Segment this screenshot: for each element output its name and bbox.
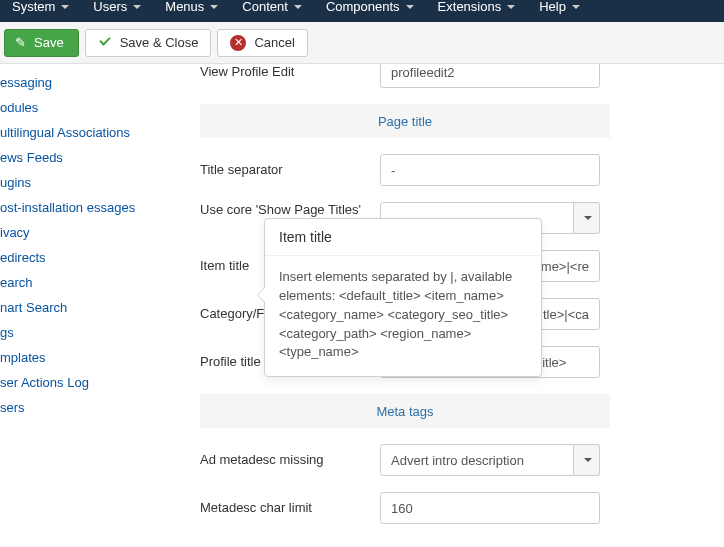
nav-extensions[interactable]: Extensions: [426, 0, 528, 20]
sidebar-item-smartsearch[interactable]: nart Search: [0, 295, 130, 320]
cancel-label: Cancel: [254, 35, 294, 50]
sidebar-item-plugins[interactable]: ugins: [0, 170, 130, 195]
label-use-core: Use core 'Show Page Titles': [200, 202, 380, 219]
label-metadesc-limit: Metadesc char limit: [200, 500, 380, 517]
caret-down-icon: [406, 5, 414, 9]
nav-label: Help: [539, 0, 566, 14]
nav-label: System: [12, 0, 55, 14]
caret-down-icon: [133, 5, 141, 9]
tooltip-title: Item title: [265, 219, 541, 256]
nav-components[interactable]: Components: [314, 0, 426, 20]
caret-down-icon: [507, 5, 515, 9]
caret-down-icon: [584, 458, 592, 462]
cancel-icon: ✕: [230, 35, 246, 51]
sidebar-item-privacy[interactable]: ivacy: [0, 220, 130, 245]
nav-label: Content: [242, 0, 288, 14]
nav-users[interactable]: Users: [81, 0, 153, 20]
sidebar-item-modules[interactable]: odules: [0, 95, 130, 120]
toolbar: ✎ Save Save & Close ✕ Cancel: [0, 22, 724, 64]
section-title: Meta tags: [376, 404, 433, 419]
nav-system[interactable]: System: [0, 0, 81, 20]
caret-down-icon: [584, 216, 592, 220]
save-close-button[interactable]: Save & Close: [85, 29, 212, 57]
nav-content[interactable]: Content: [230, 0, 314, 20]
input-title-separator[interactable]: [380, 154, 600, 186]
section-title: Page title: [378, 114, 432, 129]
sidebar: essaging odules ultilingual Associations…: [0, 64, 130, 547]
input-metadesc-limit[interactable]: [380, 492, 600, 524]
top-nav: System Users Menus Content Components Ex…: [0, 0, 724, 22]
save-button-label: Save: [34, 35, 64, 50]
caret-down-icon: [294, 5, 302, 9]
sidebar-item-tags[interactable]: gs: [0, 320, 130, 345]
save-close-label: Save & Close: [120, 35, 199, 50]
cancel-button[interactable]: ✕ Cancel: [217, 29, 307, 57]
dropdown-toggle[interactable]: [574, 202, 600, 234]
tooltip-item-title: Item title Insert elements separated by …: [264, 218, 542, 377]
sidebar-item-users[interactable]: sers: [0, 395, 130, 420]
sidebar-item-multilingual[interactable]: ultilingual Associations: [0, 120, 130, 145]
dropdown-toggle[interactable]: [574, 444, 600, 476]
nav-label: Extensions: [438, 0, 502, 14]
caret-down-icon: [210, 5, 218, 9]
caret-down-icon: [61, 5, 69, 9]
sidebar-item-search[interactable]: earch: [0, 270, 130, 295]
sidebar-item-newsfeeds[interactable]: ews Feeds: [0, 145, 130, 170]
sidebar-item-postinstall[interactable]: ost-installation essages: [0, 195, 130, 220]
select-ad-metadesc[interactable]: [380, 444, 574, 476]
caret-down-icon: [572, 5, 580, 9]
sidebar-item-redirects[interactable]: edirects: [0, 245, 130, 270]
input-view-profile-edit[interactable]: [380, 64, 600, 88]
apply-icon: ✎: [15, 35, 26, 50]
section-page-title: Page title: [200, 104, 610, 138]
label-ad-metadesc: Ad metadesc missing: [200, 452, 380, 469]
sidebar-item-useractions[interactable]: ser Actions Log: [0, 370, 130, 395]
nav-label: Users: [93, 0, 127, 14]
sidebar-item-templates[interactable]: mplates: [0, 345, 130, 370]
sidebar-item-messaging[interactable]: essaging: [0, 70, 130, 95]
tooltip-body: Insert elements separated by |, availabl…: [265, 256, 541, 376]
nav-label: Menus: [165, 0, 204, 14]
label-view-profile-edit: View Profile Edit: [200, 64, 380, 80]
section-meta-tags: Meta tags: [200, 394, 610, 428]
nav-help[interactable]: Help: [527, 0, 592, 20]
save-button[interactable]: ✎ Save: [4, 29, 79, 57]
nav-label: Components: [326, 0, 400, 14]
nav-menus[interactable]: Menus: [153, 0, 230, 20]
label-title-separator: Title separator: [200, 162, 380, 179]
check-icon: [98, 36, 112, 50]
